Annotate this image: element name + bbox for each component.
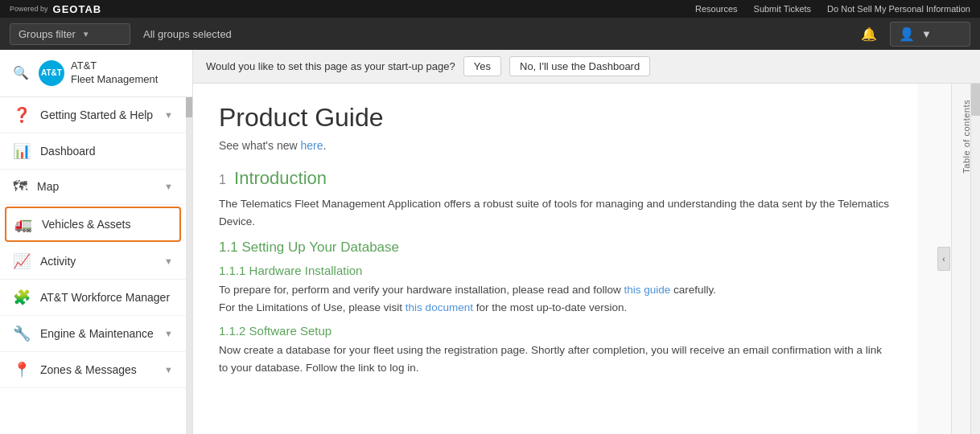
groups-dropdown-chevron: ▼ xyxy=(82,30,90,39)
logo-area: Powered by GEOTAB xyxy=(10,3,101,15)
activity-icon: 📈 xyxy=(13,252,31,270)
main-layout: 🔍 AT&T AT&T Fleet Management ❓ Getting S… xyxy=(0,50,980,434)
groups-bar: Groups filter ▼ All groups selected 🔔 👤 … xyxy=(0,18,980,50)
zones-icon: 📍 xyxy=(13,361,31,379)
chevron-down-icon: ▼ xyxy=(164,365,173,375)
toc-collapse-button[interactable]: ‹ xyxy=(937,247,950,271)
user-dropdown[interactable]: 👤 ▼ xyxy=(890,22,970,47)
section-1-body: The Telematics Fleet Management Applicat… xyxy=(219,195,891,230)
here-link[interactable]: here xyxy=(301,139,323,152)
sidebar-item-zones-messages[interactable]: 📍 Zones & Messages ▼ xyxy=(0,352,186,388)
no-dashboard-button[interactable]: No, I'll use the Dashboard xyxy=(509,56,650,76)
sidebar-item-engine-maintenance[interactable]: 🔧 Engine & Maintenance ▼ xyxy=(0,316,186,352)
section-1-1-heading: 1.1 Setting Up Your Database xyxy=(219,240,891,256)
sidebar-header: 🔍 AT&T AT&T Fleet Management xyxy=(0,50,192,97)
section-1-1-2-heading: 1.1.2 Software Setup xyxy=(219,324,891,338)
groups-selected-text: All groups selected xyxy=(143,28,232,40)
chevron-down-icon: ▼ xyxy=(164,256,173,266)
section-1-1-2-body: Now create a database for your fleet usi… xyxy=(219,342,891,376)
chevron-down-icon: ▼ xyxy=(164,182,173,191)
body-before: To prepare for, perform and verify your … xyxy=(219,284,624,296)
yes-button[interactable]: Yes xyxy=(463,56,501,76)
section-1-1-1-title: Hardware Installation xyxy=(249,264,363,277)
section-num: 1 xyxy=(219,173,226,186)
dashboard-icon: 📊 xyxy=(13,142,31,160)
sidebar-scroll: ❓ Getting Started & Help ▼ 📊 Dashboard 🗺… xyxy=(0,97,186,434)
toc-label: Table of contents xyxy=(961,100,971,174)
section-1-1-1-heading: 1.1.1 Hardware Installation xyxy=(219,264,891,277)
content-scrollbar-track[interactable] xyxy=(970,84,980,434)
section-1-1-2-num: 1.1.2 xyxy=(219,324,245,338)
sidebar-item-workforce[interactable]: 🧩 AT&T Workforce Manager xyxy=(0,280,186,316)
powered-by-text: Powered by xyxy=(10,5,48,14)
sidebar-item-dashboard[interactable]: 📊 Dashboard xyxy=(0,133,186,170)
sidebar-item-vehicles-assets[interactable]: 🚛 Vehicles & Assets xyxy=(5,207,181,242)
resources-link[interactable]: Resources xyxy=(695,4,738,14)
section-title: Introduction xyxy=(234,168,327,188)
startup-banner: Would you like to set this page as your … xyxy=(193,50,980,84)
search-icon[interactable]: 🔍 xyxy=(13,65,29,80)
groups-filter-label: Groups filter xyxy=(19,28,76,40)
do-not-sell-link[interactable]: Do Not Sell My Personal Information xyxy=(827,4,970,14)
sidebar-scrollbar[interactable] xyxy=(186,97,192,434)
sidebar-item-label: Map xyxy=(37,180,154,193)
sidebar-item-activity[interactable]: 📈 Activity ▼ xyxy=(0,244,186,280)
sidebar-item-label: AT&T Workforce Manager xyxy=(40,291,173,304)
this-guide-link[interactable]: this guide xyxy=(624,284,671,296)
this-document-link[interactable]: this document xyxy=(406,301,473,313)
user-avatar-icon: 👤 xyxy=(899,27,915,42)
content-scrollbar-thumb xyxy=(971,84,980,116)
content-inner: Product Guide See what's new here. 1 Int… xyxy=(193,84,917,434)
sidebar-item-label: Vehicles & Assets xyxy=(42,218,171,231)
sidebar-item-getting-started[interactable]: ❓ Getting Started & Help ▼ xyxy=(0,97,186,133)
top-bar-links: Resources Submit Tickets Do Not Sell My … xyxy=(695,4,970,14)
submit-tickets-link[interactable]: Submit Tickets xyxy=(754,4,812,14)
notification-bell-icon[interactable]: 🔔 xyxy=(861,27,877,42)
geotab-logo: GEOTAB xyxy=(53,3,102,15)
sidebar-item-label: Dashboard xyxy=(40,145,173,158)
att-circle-logo: AT&T xyxy=(39,60,64,86)
content-area: Would you like to set this page as your … xyxy=(193,50,980,434)
groups-bar-right: 🔔 👤 ▼ xyxy=(861,22,970,47)
banner-question: Would you like to set this page as your … xyxy=(206,60,455,72)
workforce-icon: 🧩 xyxy=(13,289,31,306)
section-1-1-num: 1.1 xyxy=(219,240,238,255)
sidebar-item-map[interactable]: 🗺 Map ▼ xyxy=(0,170,186,205)
sidebar-scrollbar-thumb xyxy=(186,97,192,117)
top-bar: Powered by GEOTAB Resources Submit Ticke… xyxy=(0,0,980,18)
subtitle-text: See what's new xyxy=(219,139,301,152)
content-scroll[interactable]: Product Guide See what's new here. 1 Int… xyxy=(193,84,951,434)
brand-logo: AT&T AT&T Fleet Management xyxy=(39,59,158,87)
guide-title: Product Guide xyxy=(219,103,891,133)
sidebar-item-label: Zones & Messages xyxy=(40,363,154,376)
guide-subtitle: See what's new here. xyxy=(219,139,891,152)
groups-filter-dropdown[interactable]: Groups filter ▼ xyxy=(10,23,130,45)
sidebar-item-label: Engine & Maintenance xyxy=(40,327,154,340)
section-1-1-1-num: 1.1.1 xyxy=(219,264,245,277)
section-1-heading: 1 Introduction xyxy=(219,168,891,189)
user-dropdown-chevron: ▼ xyxy=(921,28,932,40)
sidebar: 🔍 AT&T AT&T Fleet Management ❓ Getting S… xyxy=(0,50,193,434)
section-1-1-1-body: To prepare for, perform and verify your … xyxy=(219,281,891,316)
map-icon: 🗺 xyxy=(13,178,27,195)
vehicles-icon: 🚛 xyxy=(14,215,32,233)
brand-label: AT&T Fleet Management xyxy=(71,59,158,87)
body-after: for the most up-to-date version. xyxy=(473,301,627,313)
sidebar-item-label: Getting Started & Help xyxy=(40,108,154,121)
chevron-down-icon: ▼ xyxy=(164,329,173,338)
section-1-1-title: Setting Up Your Database xyxy=(241,240,399,255)
engine-icon: 🔧 xyxy=(13,325,31,342)
section-1-1-2-title: Software Setup xyxy=(249,324,332,338)
sidebar-item-label: Activity xyxy=(40,255,154,268)
getting-started-icon: ❓ xyxy=(13,106,31,124)
chevron-down-icon: ▼ xyxy=(164,110,173,120)
